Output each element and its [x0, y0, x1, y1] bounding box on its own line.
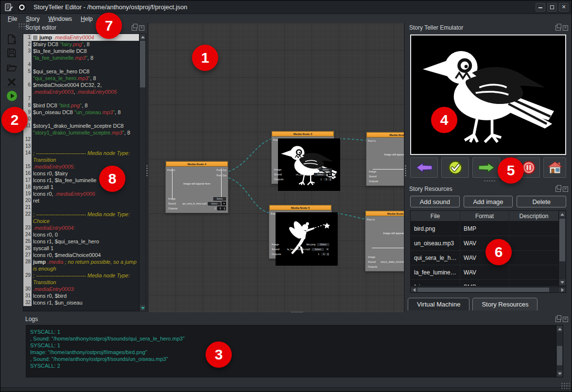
scroll-down-button[interactable]	[140, 305, 145, 311]
resize-grip[interactable]	[561, 382, 570, 390]
save-button[interactable]	[6, 47, 17, 59]
new-file-button[interactable]	[6, 34, 17, 45]
table-row[interactable]: fairy.pngBMP	[411, 280, 566, 286]
table-cell: WAV	[460, 265, 509, 279]
close-project-button[interactable]	[6, 76, 17, 88]
logs-scrollbar[interactable]	[556, 325, 563, 377]
speaker-icon[interactable]	[325, 247, 329, 251]
home-button[interactable]	[543, 157, 566, 178]
select-button[interactable]: Select	[319, 168, 332, 171]
validate-button[interactable]	[441, 157, 469, 178]
float-panel-icon[interactable]	[132, 25, 137, 31]
close-panel-icon[interactable]	[563, 317, 568, 322]
scroll-up-button[interactable]	[559, 211, 565, 217]
column-format[interactable]: Format	[460, 211, 509, 221]
media-node[interactable]: Media Node 5Port InPort OutImagefairy.pn…	[269, 205, 332, 259]
table-cell	[509, 251, 559, 265]
editor-scrollbar[interactable]	[139, 34, 146, 311]
forward-button[interactable]	[472, 157, 500, 178]
scroll-up-button[interactable]	[140, 34, 145, 40]
code-line: 11$story1_drako_luminelle_sceptre DC8 "s…	[23, 122, 139, 136]
line-number: 19	[23, 190, 32, 197]
field-label: Sound	[369, 175, 381, 178]
menu-windows[interactable]: Windows	[45, 15, 75, 23]
emulator-splitter-handle[interactable]	[484, 180, 496, 182]
table-horizontal-scrollbar[interactable]	[410, 287, 566, 293]
float-panel-icon[interactable]	[555, 187, 561, 192]
notepad-pencil-icon	[4, 2, 14, 12]
right-splitter-handle[interactable]	[405, 165, 406, 177]
node-graph-canvas[interactable]: Media Node 4Port InPort OutPort OutImage…	[147, 23, 405, 312]
table-row[interactable]: la_fee_lumine…WAV	[411, 265, 566, 280]
code-editor[interactable]: 1jump .mediaEntry00042$fairy DC8 "fairy.…	[23, 34, 146, 311]
media-node[interactable]: Media Node 3Port InPort OutImagebird.png…	[271, 131, 334, 184]
close-panel-icon[interactable]	[563, 187, 568, 192]
tab-virtual-machine[interactable]: Virtual Machine	[408, 298, 469, 310]
select-button[interactable]: Select	[213, 197, 226, 201]
code-line: 6$mediaChoice0004 DC32, 2, .mediaEntry00…	[23, 82, 139, 95]
close-button[interactable]: ✕	[559, 3, 569, 12]
bottom-splitter-handle[interactable]	[291, 311, 304, 313]
minimize-button[interactable]	[536, 3, 545, 12]
select-button[interactable]: Select	[312, 248, 324, 251]
annotation-marker-7: 7	[96, 13, 122, 39]
code-line: 10	[23, 116, 139, 122]
scroll-down-button[interactable]	[559, 279, 565, 285]
node-title: Media Node 5	[269, 205, 331, 210]
float-panel-icon[interactable]	[555, 25, 561, 31]
media-node[interactable]: Media Node 4Port InPort OutPort OutImage…	[165, 161, 228, 213]
outputs-spinner[interactable]: 1	[323, 177, 332, 181]
float-panel-icon[interactable]	[555, 317, 561, 322]
storyteller-logo-icon	[17, 2, 27, 12]
close-panel-icon[interactable]	[139, 25, 144, 31]
add-sound-button[interactable]: Add sound	[410, 196, 460, 207]
emulator-title: Story Teller Emulator	[409, 24, 463, 31]
image-placeholder: Image will appear here	[373, 139, 405, 170]
open-project-button[interactable]	[6, 62, 17, 73]
line-number: 6	[23, 82, 32, 95]
menu-file[interactable]: File	[4, 15, 20, 23]
field-label: Image	[368, 256, 381, 258]
field-label: Outputs	[272, 253, 284, 256]
maximize-button[interactable]	[547, 3, 557, 12]
column-file[interactable]: File	[411, 211, 460, 221]
scroll-left-button[interactable]	[411, 288, 417, 292]
select-button[interactable]: Select	[314, 173, 327, 176]
run-button[interactable]	[6, 90, 17, 102]
scroll-up-button[interactable]	[557, 326, 562, 332]
left-splitter-handle[interactable]	[146, 165, 148, 177]
field-value: 2	[181, 207, 217, 210]
log-output[interactable]: SYSCALL: 1, Sound: "/home/anthony/ostpro…	[26, 325, 563, 377]
line-number: 32	[23, 299, 32, 306]
emulator-panel: Story Teller Emulator	[407, 23, 570, 183]
close-panel-icon[interactable]	[563, 25, 568, 31]
scroll-right-button[interactable]	[559, 288, 565, 292]
table-vertical-scrollbar[interactable]	[558, 211, 566, 286]
table-cell: un_oiseau.mp3	[411, 236, 460, 250]
scroll-down-button[interactable]	[557, 371, 562, 376]
add-image-button[interactable]: Add image	[464, 196, 513, 207]
media-node[interactable]: Media Node 6Port InImage will appear her…	[365, 210, 405, 272]
arrow-right-icon	[478, 161, 495, 174]
log-line: SYSCALL: 1	[30, 328, 559, 335]
table-cell	[509, 236, 559, 250]
delete-button[interactable]: Delete	[517, 196, 566, 207]
line-number: 25	[23, 238, 32, 245]
back-button[interactable]	[410, 157, 438, 178]
menu-help[interactable]: Help	[77, 15, 96, 23]
tab-story-resources[interactable]: Story Resources	[472, 298, 537, 310]
speaker-icon[interactable]	[328, 172, 332, 176]
speaker-icon[interactable]	[222, 202, 226, 205]
outputs-spinner[interactable]: 2	[217, 206, 226, 210]
select-button[interactable]: Select	[317, 243, 329, 246]
menu-story[interactable]: Story	[22, 15, 43, 23]
code-line: 26syscall 1	[23, 245, 139, 252]
table-row[interactable]: bird.pngBMP	[411, 222, 566, 236]
outputs-spinner[interactable]: 1	[321, 252, 329, 256]
annotation-marker-6: 6	[485, 239, 512, 265]
column-description[interactable]: Description	[509, 211, 559, 221]
node-title: Media Node 3	[272, 131, 334, 136]
media-node[interactable]: Media NodePort InImage will appear hereI…	[366, 132, 405, 186]
table-cell: BMP	[460, 222, 509, 236]
select-button[interactable]: Select	[208, 202, 221, 205]
